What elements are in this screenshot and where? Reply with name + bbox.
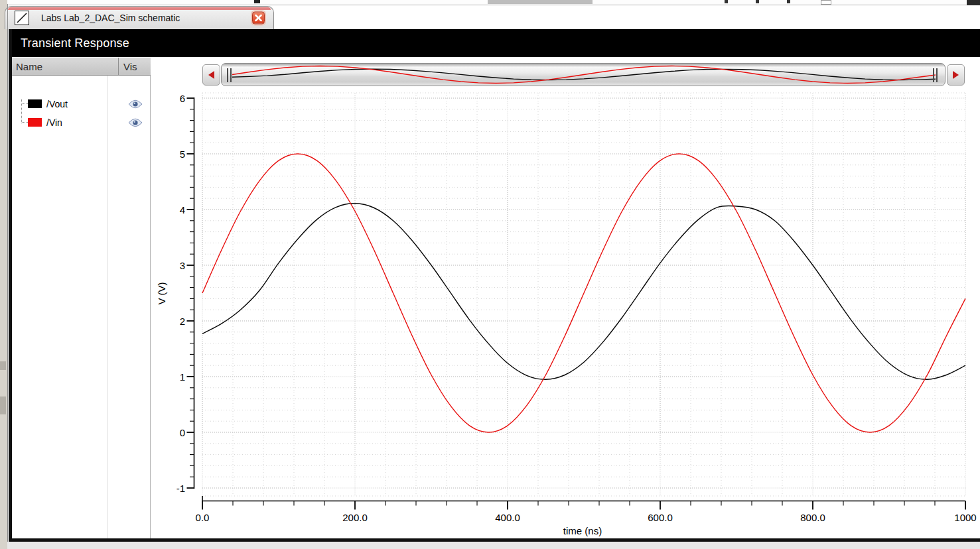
- overview-curve-vin: [232, 66, 936, 84]
- scrollbar-right-arrow-button[interactable]: [947, 64, 965, 86]
- signal-color-swatch-vout[interactable]: [28, 99, 42, 108]
- y-tick-label: 4: [163, 204, 185, 216]
- top-window-fragment-strip: [0, 0, 980, 5]
- signal-panel-header: Name Vis: [12, 57, 151, 76]
- x-tick-label: 400.0: [484, 511, 531, 524]
- signal-label-vout[interactable]: /Vout: [46, 99, 68, 109]
- left-arrow-icon: [208, 71, 214, 79]
- y-tick-label: 0: [163, 426, 185, 439]
- visibility-eye-icon-vin[interactable]: [128, 118, 143, 127]
- plot-title: Transient Response: [21, 36, 129, 50]
- x-tick-label: 200.0: [332, 511, 378, 524]
- curve-vout: [202, 204, 965, 379]
- window-fragment: [967, 0, 980, 5]
- x-axis-line: [202, 496, 965, 501]
- signal-label-vin[interactable]: /Vin: [46, 117, 62, 128]
- y-axis-label: V (V): [156, 272, 167, 316]
- window-fragment: [756, 0, 759, 3]
- tab-close-button[interactable]: [252, 12, 265, 25]
- signal-color-swatch-vin[interactable]: [28, 118, 42, 127]
- window-fragment: [488, 0, 593, 4]
- window-bottom-strip: [7, 542, 980, 549]
- x-tick-label: 0.0: [179, 511, 226, 524]
- window-fragment: [821, 0, 831, 5]
- left-desktop-strip: [0, 0, 7, 549]
- column-divider: [107, 76, 107, 538]
- visibility-eye-icon-vout[interactable]: [128, 99, 143, 109]
- schematic-icon: [15, 11, 29, 25]
- tree-line: [22, 103, 28, 104]
- y-tick-label: 5: [163, 148, 185, 160]
- x-tick-label: 800.0: [790, 511, 836, 524]
- tree-line: [22, 122, 28, 123]
- scrollbar-left-arrow-button[interactable]: [202, 64, 220, 86]
- plot-title-bar: Transient Response: [12, 29, 980, 57]
- window-fragment: [0, 361, 6, 370]
- x-tick-label: 600.0: [637, 511, 683, 524]
- column-header-vis: Vis: [123, 61, 137, 72]
- y-tick-label: 3: [163, 259, 185, 272]
- tab-labs-lab2-dac-sim-schematic[interactable]: Labs Lab_2_DAC_Sim schematic: [5, 6, 274, 29]
- window-border: [7, 4, 8, 542]
- window-fragment: [254, 0, 260, 3]
- close-icon: [255, 15, 262, 22]
- right-arrow-icon: [953, 71, 959, 79]
- y-tick-label: 2: [163, 315, 185, 328]
- thumb-grip-right[interactable]: [933, 68, 940, 82]
- curve-vin: [202, 154, 965, 432]
- signal-panel: [12, 76, 151, 538]
- scrollbar-thumb[interactable]: [221, 63, 945, 86]
- y-tick-label: -1: [163, 482, 185, 495]
- waveform-viewer-screen: Labs Lab_2_DAC_Sim schematic Transient R…: [0, 0, 980, 549]
- y-tick-label: 1: [163, 371, 185, 383]
- y-tick-label: 6: [163, 92, 185, 105]
- x-tick-label: 1000: [942, 511, 980, 524]
- tab-label: Labs Lab_2_DAC_Sim schematic: [41, 13, 180, 23]
- window-fragment: [725, 0, 728, 3]
- window-fragment: [787, 0, 790, 3]
- overview-waveform: [232, 64, 936, 86]
- column-header-name: Name: [16, 61, 42, 72]
- tab-accent-bar: [8, 7, 271, 10]
- x-axis-label: time (ns): [549, 525, 616, 537]
- column-divider: [118, 58, 119, 75]
- window-fragment: [0, 396, 6, 414]
